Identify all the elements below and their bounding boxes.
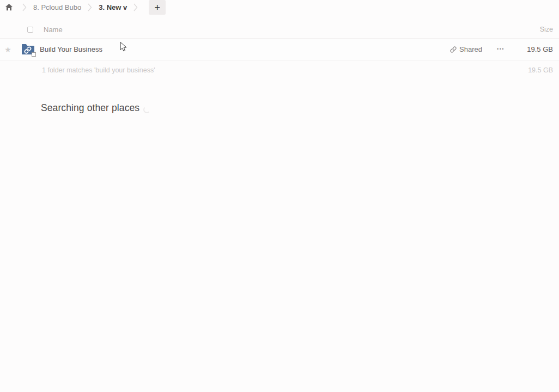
loading-spinner-icon bbox=[143, 106, 150, 113]
file-name[interactable]: Build Your Business bbox=[40, 45, 102, 53]
column-header-name[interactable]: Name bbox=[44, 26, 63, 34]
shared-folder-icon[interactable] bbox=[21, 44, 35, 55]
select-all-checkbox[interactable] bbox=[27, 27, 33, 33]
row-actions: Shared ••• 19.5 GB bbox=[450, 45, 559, 53]
chevron-right-icon bbox=[22, 3, 27, 11]
breadcrumb: 8. Pcloud Bubo 3. New v + bbox=[0, 0, 559, 15]
breadcrumb-item-pcloud-bubo[interactable]: 8. Pcloud Bubo bbox=[33, 3, 81, 11]
table-header: Name Size bbox=[0, 21, 559, 38]
search-match-text: 1 folder matches 'build your business' bbox=[0, 66, 155, 74]
shared-label: Shared bbox=[459, 45, 482, 53]
column-header-size[interactable]: Size bbox=[540, 26, 559, 33]
new-tab-button[interactable]: + bbox=[149, 0, 166, 15]
shared-folder-badge bbox=[32, 52, 36, 57]
searching-status: Searching other places bbox=[0, 102, 559, 114]
search-summary-row: 1 folder matches 'build your business' 1… bbox=[0, 60, 559, 80]
link-icon bbox=[450, 46, 457, 53]
home-icon bbox=[5, 3, 13, 11]
search-total-size: 19.5 GB bbox=[528, 66, 559, 74]
breadcrumb-item-new-v[interactable]: 3. New v bbox=[99, 3, 127, 11]
chevron-right-icon bbox=[88, 3, 92, 11]
searching-status-text: Searching other places bbox=[41, 102, 139, 114]
home-button[interactable] bbox=[2, 0, 16, 15]
table-row[interactable]: ★ Build Your Business Shared ••• 19.5 GB bbox=[0, 38, 559, 60]
file-size: 19.5 GB bbox=[507, 45, 559, 53]
favorite-star-icon[interactable]: ★ bbox=[4, 46, 12, 53]
chevron-right-icon bbox=[133, 3, 138, 11]
ellipsis-menu-icon[interactable]: ••• bbox=[494, 47, 507, 52]
shared-chip[interactable]: Shared bbox=[450, 45, 482, 53]
